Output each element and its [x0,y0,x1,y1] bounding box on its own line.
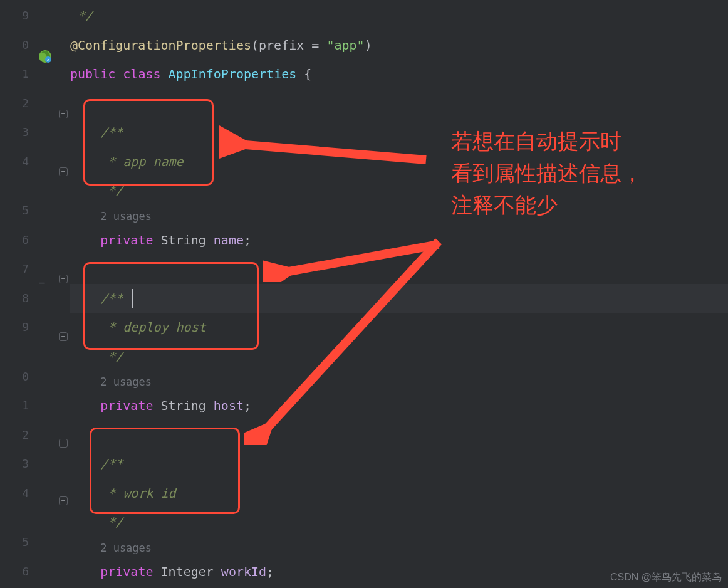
code-line-current[interactable]: /** [70,284,728,313]
svg-text:e: e [47,58,49,63]
code-line[interactable]: @ConfigurationProperties(prefix = "app") [70,31,728,60]
javadoc-close: */ [78,8,93,23]
watermark-text: CSDN @笨鸟先飞的菜鸟 [610,571,722,584]
text-caret [132,289,133,308]
line-number: 1 [0,60,29,89]
code-line[interactable]: private String name; [70,226,728,255]
fold-toggle-icon[interactable]: − [59,332,68,341]
breakpoint-indicator-icon[interactable]: ⎯ [39,272,45,284]
line-number [0,508,29,528]
fold-toggle-icon[interactable]: − [59,439,68,448]
code-line[interactable]: /** [70,449,728,479]
line-number: 5 [0,196,29,226]
line-number: 2 [0,89,29,118]
line-number: 0 [0,362,29,392]
line-number: 6 [0,226,29,255]
line-number: 5 [0,528,29,557]
annotation-text: 若想在自动提示时 看到属性描述信息， 注释不能少 [451,125,643,221]
fold-toggle-icon[interactable]: − [59,167,68,176]
fold-toggle-icon[interactable]: − [59,496,68,505]
line-number: 9 [0,1,29,31]
code-line[interactable]: */ [70,508,728,537]
fold-column: − − − − − − [58,0,70,588]
line-number: 8 [0,284,29,313]
line-number: 9 [0,313,29,342]
usages-hint[interactable]: 2 usages [70,537,728,557]
class-name: AppInfoProperties [169,66,297,81]
code-line[interactable] [70,255,728,284]
line-number: 2 [0,421,29,450]
usages-hint[interactable]: 2 usages [70,371,728,391]
field-name: name [214,233,244,248]
code-line[interactable] [70,89,728,118]
field-name: host [214,398,244,413]
line-number: 1 [0,391,29,421]
fold-toggle-icon[interactable]: − [59,110,68,118]
line-number: 3 [0,449,29,479]
line-number-gutter: 9 0 1 2 3 4 5 6 7 8 9 0 1 2 3 4 5 6 [0,0,35,588]
line-number: 0 [0,31,29,60]
code-editor[interactable]: 9 0 1 2 3 4 5 6 7 8 9 0 1 2 3 4 5 6 e ⎯ … [0,0,728,588]
spring-bean-icon[interactable]: e [38,49,53,64]
code-line[interactable] [70,421,728,450]
line-number: 6 [0,557,29,587]
line-number: 4 [0,479,29,508]
line-number [0,176,29,196]
field-name: workId [221,564,266,579]
code-content[interactable]: */ @ConfigurationProperties(prefix = "ap… [70,0,728,588]
code-line[interactable]: * deploy host [70,313,728,342]
code-line[interactable]: private String host; [70,391,728,421]
code-line[interactable]: * work id [70,479,728,508]
annotation: @ConfigurationProperties [70,38,251,53]
fold-toggle-icon[interactable]: − [59,275,68,283]
gutter-icon-column: e ⎯ [35,0,58,588]
code-line[interactable]: */ [70,342,728,372]
line-number: 3 [0,118,29,147]
line-number [0,342,29,362]
code-line[interactable]: public class AppInfoProperties { [70,60,728,89]
code-line[interactable]: */ [70,1,728,31]
line-number: 7 [0,255,29,284]
line-number: 4 [0,147,29,177]
